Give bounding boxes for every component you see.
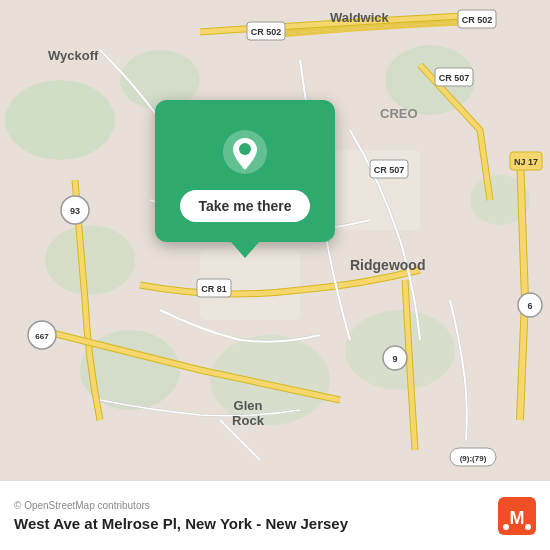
- svg-text:M: M: [510, 508, 525, 528]
- map-container: CR 502 CR 502 CR 507 CR 507 NJ 17 CR 81 …: [0, 0, 550, 480]
- take-me-there-button[interactable]: Take me there: [180, 190, 309, 222]
- svg-point-5: [210, 335, 330, 425]
- svg-text:Glen: Glen: [234, 398, 263, 413]
- svg-text:Wyckoff: Wyckoff: [48, 48, 99, 63]
- moovit-logo: M: [498, 497, 536, 535]
- svg-text:9: 9: [392, 354, 397, 364]
- svg-point-40: [239, 143, 251, 155]
- svg-text:NJ 17: NJ 17: [514, 157, 538, 167]
- svg-text:6: 6: [527, 301, 532, 311]
- svg-text:93: 93: [70, 206, 80, 216]
- popup-arrow: [231, 242, 259, 258]
- svg-point-44: [525, 524, 531, 530]
- svg-text:CR 502: CR 502: [462, 15, 493, 25]
- location-popup: Take me there: [155, 100, 335, 258]
- popup-card: Take me there: [155, 100, 335, 242]
- svg-point-8: [45, 225, 135, 295]
- bottom-left: © OpenStreetMap contributors West Ave at…: [14, 500, 348, 532]
- svg-text:Ridgewood: Ridgewood: [350, 257, 425, 273]
- svg-text:CR 507: CR 507: [374, 165, 405, 175]
- location-name: West Ave at Melrose Pl, New York - New J…: [14, 515, 348, 532]
- svg-text:(9);(79): (9);(79): [460, 454, 487, 463]
- svg-text:CREO: CREO: [380, 106, 418, 121]
- svg-text:Waldwick: Waldwick: [330, 10, 390, 25]
- svg-text:CR 81: CR 81: [201, 284, 227, 294]
- svg-text:667: 667: [35, 332, 49, 341]
- svg-text:Rock: Rock: [232, 413, 265, 428]
- attribution-text: © OpenStreetMap contributors: [14, 500, 348, 511]
- svg-text:CR 507: CR 507: [439, 73, 470, 83]
- bottom-bar: © OpenStreetMap contributors West Ave at…: [0, 480, 550, 550]
- moovit-icon: M: [498, 497, 536, 535]
- location-pin-icon: [221, 128, 269, 176]
- svg-text:CR 502: CR 502: [251, 27, 282, 37]
- svg-point-1: [5, 80, 115, 160]
- svg-point-43: [503, 524, 509, 530]
